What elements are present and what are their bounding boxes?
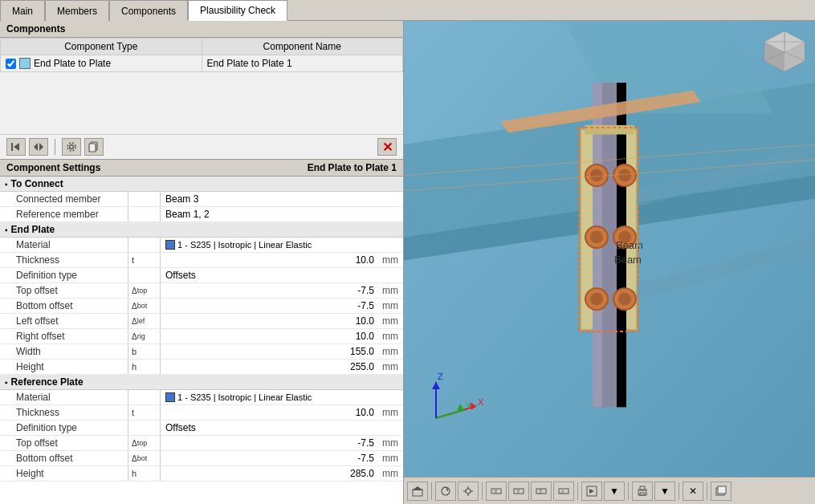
prop-label-thickness-rp: Thickness bbox=[0, 405, 128, 420]
material-color-ep bbox=[165, 240, 175, 250]
btn-view[interactable] bbox=[458, 482, 479, 501]
group-end-plate[interactable]: ▪ End Plate bbox=[0, 222, 403, 238]
prop-right-offset-ep: Right offset Δrig 10.0 mm bbox=[0, 329, 403, 344]
prop-value-bottom-offset-rp: -7.5 bbox=[161, 451, 379, 465]
btn-rotate[interactable] bbox=[435, 482, 456, 501]
components-table: Component Type Component Name bbox=[0, 38, 403, 72]
btn-view-x[interactable]: X bbox=[486, 482, 507, 501]
svg-rect-56 bbox=[413, 490, 422, 496]
prop-left-offset-ep: Left offset Δlef 10.0 mm bbox=[0, 314, 403, 329]
tab-main[interactable]: Main bbox=[0, 0, 45, 21]
svg-text:Beam: Beam bbox=[614, 254, 642, 266]
group-to-connect[interactable]: ▪ To Connect bbox=[0, 177, 403, 192]
view-3d[interactable]: Beam Beam bbox=[404, 21, 815, 477]
sep-2 bbox=[482, 482, 483, 500]
prop-top-offset-rp: Top offset Δtop -7.5 mm bbox=[0, 436, 403, 451]
prop-material-ep: Material 1 - S235 | Isotropic | Linear E… bbox=[0, 238, 403, 253]
btn-view-neg-z[interactable]: -Z bbox=[553, 482, 574, 501]
collapse-icon-ref-plate[interactable]: ▪ bbox=[5, 378, 8, 387]
component-color bbox=[19, 58, 31, 69]
prop-value-thickness-ep: 10.0 bbox=[161, 253, 379, 267]
prop-symbol-material-ep bbox=[128, 238, 161, 252]
tab-components[interactable]: Components bbox=[109, 0, 188, 21]
toolbar-btn-copy[interactable] bbox=[84, 138, 104, 156]
sep-1 bbox=[431, 482, 432, 500]
material-color-rp bbox=[165, 392, 175, 402]
btn-print-dropdown[interactable]: ▼ bbox=[654, 482, 675, 501]
prop-value-height-ep: 255.0 bbox=[161, 360, 379, 374]
svg-marker-2 bbox=[34, 143, 38, 151]
prop-value-def-type-ep: Offsets bbox=[161, 268, 403, 282]
prop-unit-width-ep: mm bbox=[379, 344, 403, 359]
sep-4 bbox=[628, 482, 629, 500]
btn-render[interactable] bbox=[581, 482, 602, 501]
prop-bottom-offset-ep: Bottom offset Δbot -7.5 mm bbox=[0, 299, 403, 314]
col-name-header: Component Name bbox=[202, 39, 403, 55]
sep-5 bbox=[678, 482, 679, 500]
prop-top-offset-ep: Top offset Δtop -7.5 mm bbox=[0, 283, 403, 299]
svg-marker-59 bbox=[446, 489, 448, 491]
collapse-icon-to-connect[interactable]: ▪ bbox=[5, 180, 8, 189]
toolbar-sep-1 bbox=[55, 139, 55, 155]
prop-height-ep: Height h 255.0 mm bbox=[0, 360, 403, 375]
prop-height-rp: Height h 285.0 mm bbox=[0, 466, 403, 482]
prop-thickness-ep: Thickness t 10.0 mm bbox=[0, 253, 403, 268]
component-checkbox[interactable] bbox=[6, 59, 16, 69]
prop-symbol-def-type-rp bbox=[128, 421, 161, 435]
prop-label-top-offset-ep: Top offset bbox=[0, 283, 128, 298]
btn-render-dropdown[interactable]: ▼ bbox=[604, 482, 625, 501]
svg-point-5 bbox=[67, 143, 75, 151]
btn-new-window[interactable] bbox=[711, 482, 731, 501]
group-reference-plate[interactable]: ▪ Reference Plate bbox=[0, 375, 403, 390]
prop-symbol-material-rp bbox=[128, 390, 161, 404]
prop-label-def-type-rp: Definition type bbox=[0, 421, 128, 435]
btn-view-y[interactable]: Y bbox=[508, 482, 529, 501]
components-header: Components bbox=[0, 21, 403, 38]
settings-content[interactable]: ▪ To Connect Connected member Beam 3 Ref… bbox=[0, 177, 403, 504]
prop-connected-member: Connected member Beam 3 bbox=[0, 192, 403, 207]
svg-rect-77 bbox=[640, 493, 645, 495]
prop-symbol-connected-member bbox=[128, 192, 161, 206]
svg-line-50 bbox=[436, 410, 464, 418]
tab-members[interactable]: Members bbox=[45, 0, 109, 21]
svg-marker-74 bbox=[589, 489, 594, 494]
view-cube[interactable] bbox=[760, 27, 809, 75]
prop-value-material-ep: 1 - S235 | Isotropic | Linear Elastic bbox=[161, 238, 403, 252]
prop-reference-member: Reference member Beam 1, 2 bbox=[0, 207, 403, 222]
btn-print[interactable] bbox=[632, 482, 653, 501]
col-type-header: Component Type bbox=[1, 39, 202, 55]
prop-label-def-type-ep: Definition type bbox=[0, 268, 128, 282]
prop-value-bottom-offset-ep: -7.5 bbox=[161, 299, 379, 313]
component-row[interactable]: End Plate to Plate End Plate to Plate 1 bbox=[1, 55, 403, 72]
btn-view-z[interactable]: Z bbox=[531, 482, 552, 501]
prop-label-bottom-offset-ep: Bottom offset bbox=[0, 299, 128, 313]
collapse-icon-end-plate[interactable]: ▪ bbox=[5, 226, 8, 234]
prop-value-height-rp: 285.0 bbox=[161, 466, 379, 481]
prop-label-bottom-offset-rp: Bottom offset bbox=[0, 451, 128, 465]
svg-text:-Z: -Z bbox=[560, 490, 564, 494]
tab-plausibility-check[interactable]: Plausibility Check bbox=[188, 0, 287, 21]
coordinate-system: X Y Z bbox=[420, 370, 484, 437]
toolbar-btn-close[interactable]: ✕ bbox=[377, 138, 397, 156]
component-type-cell: End Plate to Plate bbox=[1, 55, 202, 72]
svg-text:Y: Y bbox=[466, 401, 472, 411]
prop-unit-top-offset-rp: mm bbox=[379, 436, 403, 450]
prop-unit-top-offset-ep: mm bbox=[379, 283, 403, 298]
btn-home[interactable] bbox=[407, 482, 428, 501]
toolbar-btn-swap[interactable] bbox=[29, 138, 48, 156]
prop-value-thickness-rp: 10.0 bbox=[161, 405, 379, 420]
svg-point-30 bbox=[618, 293, 631, 305]
btn-close-view[interactable]: ✕ bbox=[683, 482, 703, 501]
prop-label-top-offset-rp: Top offset bbox=[0, 436, 128, 450]
prop-definition-type-rp: Definition type Offsets bbox=[0, 421, 403, 436]
prop-label-height-ep: Height bbox=[0, 360, 128, 374]
toolbar-btn-first[interactable] bbox=[6, 138, 26, 156]
prop-unit-left-offset-ep: mm bbox=[379, 314, 403, 328]
toolbar-btn-settings[interactable] bbox=[62, 138, 81, 156]
prop-symbol-top-offset-rp: Δtop bbox=[128, 436, 161, 450]
svg-point-24 bbox=[590, 231, 603, 243]
bottom-toolbar: X Y Z -Z ▼ ▼ ✕ bbox=[404, 477, 815, 504]
prop-value-material-rp: 1 - S235 | Isotropic | Linear Elastic bbox=[161, 390, 403, 404]
svg-text:X: X bbox=[478, 397, 484, 407]
prop-symbol-height-ep: h bbox=[128, 360, 161, 374]
